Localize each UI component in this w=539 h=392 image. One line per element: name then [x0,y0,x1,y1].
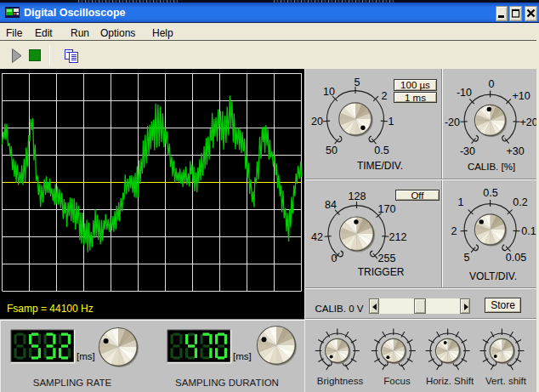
svg-text:2: 2 [451,225,457,237]
svg-text:-10: -10 [457,87,472,99]
svg-text:50: 50 [326,145,338,156]
svg-text:+30: +30 [506,145,524,157]
svg-text:+10: +10 [512,90,530,102]
svg-text:[ms]: [ms] [77,351,95,361]
svg-text:Focus: Focus [383,376,411,386]
svg-text:0.1: 0.1 [521,225,536,237]
svg-text:42: 42 [311,231,323,243]
svg-text:-30: -30 [460,145,475,157]
svg-text:0.2: 0.2 [513,196,527,208]
svg-text:10: 10 [323,86,335,98]
svg-text:84: 84 [325,199,337,211]
svg-text:0.5: 0.5 [483,187,497,199]
svg-text:0: 0 [332,253,338,264]
svg-text:Horiz. Shift: Horiz. Shift [426,376,474,386]
svg-text:20: 20 [311,116,323,128]
svg-text:-20: -20 [445,116,460,128]
svg-text:1: 1 [389,116,394,128]
svg-text:TIME/DIV.: TIME/DIV. [357,160,403,172]
svg-text:Vert. shift: Vert. shift [485,376,527,386]
svg-text:5: 5 [464,252,470,264]
svg-text:0.05: 0.05 [506,252,526,264]
svg-text:212: 212 [389,231,407,243]
svg-text:VOLT/DIV.: VOLT/DIV. [469,270,517,282]
svg-text:Brightness: Brightness [317,376,364,386]
svg-text:255: 255 [378,253,396,264]
svg-text:0.5: 0.5 [374,145,389,156]
svg-text:+20: +20 [519,116,537,128]
svg-text:170: 170 [378,203,396,215]
svg-text:2: 2 [382,90,388,102]
svg-text:TRIGGER: TRIGGER [358,266,405,278]
svg-text:128: 128 [349,190,366,202]
svg-text:CALIB. 0 V: CALIB. 0 V [315,304,364,314]
svg-text:Fsamp = 44100 Hz: Fsamp = 44100 Hz [7,303,94,315]
svg-text:SAMPLING DURATION: SAMPLING DURATION [175,378,279,388]
svg-text:1: 1 [458,196,464,208]
svg-text:CALIB. [%]: CALIB. [%] [468,162,515,172]
svg-text:5: 5 [355,77,360,88]
svg-text:[ms]: [ms] [233,351,252,361]
svg-text:SAMPLING RATE: SAMPLING RATE [33,378,112,388]
svg-text:0: 0 [489,78,495,90]
